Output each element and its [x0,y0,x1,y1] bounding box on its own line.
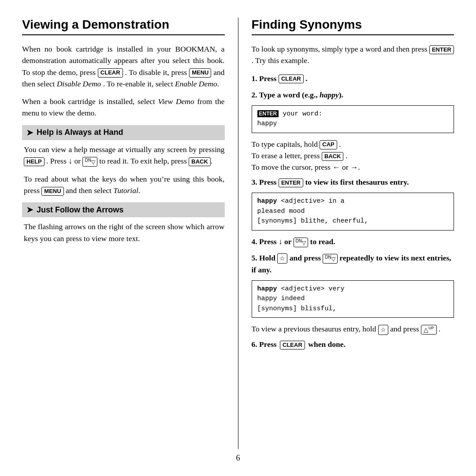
note4b-text: and press [390,324,421,333]
help-key-badge: HELP [24,157,45,166]
screen3-line3: [synonyms] blissful, [257,304,449,314]
screen2-line1: happy <adjective> in a [257,197,449,207]
arrows-box-title: Just Follow the Arrows [37,205,123,215]
enter-badge-intro: ENTER [429,45,454,54]
note4: To view a previous thesaurus entry, hold… [252,323,454,335]
right-section-title: Finding Synonyms [252,18,454,32]
help-box-content2: To read about what the keys do when you’… [22,173,225,197]
dn-badge-step5: DN▽ [323,254,337,264]
step4-text3: to read. [310,237,335,246]
step6-end: when done. [308,340,346,349]
left-para1: When no book cartridge is installed in y… [22,43,225,89]
screen1-word-label: your word: [283,110,322,118]
screen3-line1: happy <adjective> very [257,284,449,294]
cap-key-badge: CAP [320,140,337,149]
step-1: 1. Press CLEAR . [252,73,454,85]
left-section-title: Viewing a Demonstration [22,18,225,32]
note1-text: To type capitals, hold [252,140,320,149]
clear-key-badge: CLEAR [98,68,123,77]
help-box-content: You can view a help message at virtually… [22,144,225,167]
step-3: 3. Press ENTER to view its first thesaur… [252,176,454,188]
step1-press: Press [259,74,279,83]
step-5: 5. Hold ☆ and press DN▽ repeatedly to vi… [252,252,454,276]
scroll-down-icon: ↓ [68,156,72,165]
screen-box-2: happy <adjective> in a pleased mood [syn… [252,193,454,231]
enter-badge-step3: ENTER [279,178,303,187]
screen1-word: happy [257,119,449,129]
page-number: 6 [22,454,454,463]
step2-label: 2. Type a word (e.g., happy). [252,90,343,99]
step4-label: 4. Press ↓ or [252,237,294,246]
step5-label: 5. Hold [252,253,278,262]
notes-section: To type capitals, hold CAP . To erase a … [252,138,454,173]
clear-badge-step1: CLEAR [279,74,304,83]
arrow-right-icon: ➤ [26,128,33,138]
arrow-right-icon2: ➤ [26,205,33,215]
step-4: 4. Press ↓ or DN▽ to read. [252,236,454,248]
right-column: Finding Synonyms To look up synonyms, si… [238,18,454,449]
star-key-badge: ☆ [277,253,287,264]
step3-text2: to view its first thesaurus entry. [305,178,409,186]
menu-key-badge: MENU [189,68,211,77]
step3-label: 3. Press [252,178,279,186]
back-key-badge-1: BACK [189,157,211,166]
help-box-title: Help is Always at Hand [37,128,123,137]
up-key-badge: △UP [421,325,437,335]
left-para2: When a book cartridge is installed, sele… [22,96,225,119]
enter-screen-label: ENTER [257,110,279,117]
screen-box-1: ENTER your word: happy [252,105,454,133]
dn-key-badge: DN▽ [82,157,97,167]
screen1-line1: ENTER your word: [257,109,449,119]
back-badge-note: BACK [322,152,344,161]
two-column-layout: Viewing a Demonstration When no book car… [22,18,454,449]
step1-label: 1. [252,74,260,83]
star-key-badge2: ☆ [378,325,388,335]
step-2: 2. Type a word (e.g., happy). [252,89,454,101]
menu-key-badge2: MENU [41,187,63,196]
note3-text: To move the cursor, press ← or →. [252,163,360,171]
clear-badge-step6: CLEAR [280,341,305,350]
note4c-text: . [439,324,440,333]
page: Viewing a Demonstration When no book car… [0,0,476,476]
arrows-box-content: The flashing arrows on the right of the … [22,221,225,244]
note2-text: To erase a letter, press [252,151,322,160]
screen3-line2: happy indeed [257,294,449,304]
step6-label: 6. Press [252,340,277,349]
left-column: Viewing a Demonstration When no book car… [22,18,238,449]
screen-box-3: happy <adjective> very happy indeed [syn… [252,280,454,318]
right-intro: To look up synonyms, simply type a word … [252,43,454,67]
screen2-line3: [synonyms] blithe, cheerful, [257,216,449,227]
help-highlight-box: ➤ Help is Always at Hand [22,125,225,140]
screen2-line2: pleased mood [257,207,449,217]
note4a-text: To view a previous thesaurus entry, hold [252,324,378,333]
left-divider [22,34,225,35]
dn-badge-step4: DN▽ [294,238,308,247]
arrows-highlight-box: ➤ Just Follow the Arrows [22,202,225,217]
step5-text2: and press [290,253,323,262]
right-divider [252,34,454,35]
step-6: 6. Press CLEAR when done. [252,338,454,350]
